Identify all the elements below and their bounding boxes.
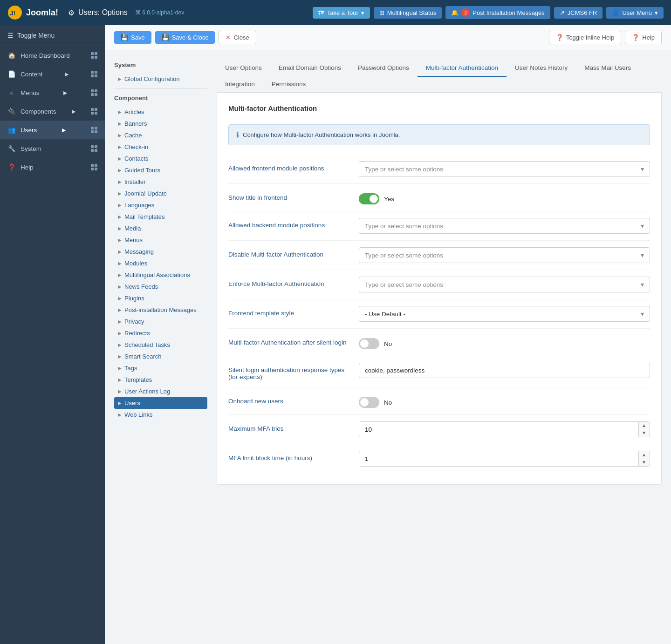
left-nav-item-multilingual-associations[interactable]: ▶Multilingual Associations xyxy=(114,269,207,281)
mfa-silent-login-control: No xyxy=(359,335,650,349)
left-nav-item-joomla--update[interactable]: ▶Joomla! Update xyxy=(114,188,207,199)
left-nav: System ▶ Global Configuration Component … xyxy=(114,60,207,635)
allowed-backend-positions-select[interactable]: Type or select some options ▾ xyxy=(359,218,650,234)
content-icon: 📄 xyxy=(7,70,16,78)
toggle-inline-help-button[interactable]: ❓ Toggle Inline Help xyxy=(549,31,621,44)
mfa-block-time-decrement[interactable]: ▼ xyxy=(639,459,649,466)
tab-user-notes-history[interactable]: User Notes History xyxy=(507,60,576,77)
left-nav-item-news-feeds[interactable]: ▶News Feeds xyxy=(114,281,207,292)
tab-password-options[interactable]: Password Options xyxy=(349,60,418,77)
show-title-toggle[interactable] xyxy=(359,193,379,204)
left-nav-item-privacy[interactable]: ▶Privacy xyxy=(114,316,207,327)
sidebar-item-home-dashboard[interactable]: 🏠 Home Dashboard xyxy=(0,46,105,65)
info-icon: ℹ xyxy=(236,130,239,139)
form-row-allowed-frontend-positions: Allowed frontend module positions Type o… xyxy=(228,155,650,184)
left-nav-item-templates[interactable]: ▶Templates xyxy=(114,374,207,386)
max-mfa-tries-decrement[interactable]: ▼ xyxy=(639,429,649,437)
bell-icon: 🔔 xyxy=(451,9,459,16)
left-nav-item-users[interactable]: ▶Users xyxy=(114,397,207,409)
help-button[interactable]: ❓ Help xyxy=(625,31,662,44)
show-title-toggle-wrap: Yes xyxy=(359,190,650,204)
left-nav-item-cache[interactable]: ▶Cache xyxy=(114,129,207,141)
left-nav-item-user-actions-log[interactable]: ▶User Actions Log xyxy=(114,386,207,397)
mfa-panel-title: Multi-factor Authentication xyxy=(228,104,650,116)
left-nav-chevron-icon: ▶ xyxy=(118,144,122,149)
chevron-down-icon: ▾ xyxy=(641,281,644,288)
tab-permissions[interactable]: Permissions xyxy=(263,76,315,93)
mfa-block-time-increment[interactable]: ▲ xyxy=(639,451,649,459)
left-nav-item-tags[interactable]: ▶Tags xyxy=(114,362,207,374)
sidebar-item-system[interactable]: 🔧 System xyxy=(0,139,105,158)
sidebar-item-users[interactable]: 👥 Users ▶ xyxy=(0,121,105,139)
left-nav-chevron-icon: ▶ xyxy=(118,272,122,278)
left-nav-item-contacts[interactable]: ▶Contacts xyxy=(114,153,207,164)
save-button[interactable]: 💾 Save xyxy=(114,31,151,44)
close-button[interactable]: ✕ Close xyxy=(219,31,256,44)
left-nav-chevron-icon: ▶ xyxy=(118,249,122,254)
mfa-silent-login-toggle[interactable] xyxy=(359,338,379,349)
onboard-new-users-label: Onboard new users xyxy=(228,394,349,405)
tab-multi-factor-auth[interactable]: Multi-factor Authentication xyxy=(418,60,507,77)
sidebar-item-menus[interactable]: ≡ Menus ▶ xyxy=(0,83,105,102)
left-nav-item-smart-search[interactable]: ▶Smart Search xyxy=(114,351,207,362)
onboard-new-users-control: No xyxy=(359,394,650,408)
sidebar-item-help[interactable]: ❓ Help xyxy=(0,158,105,176)
post-installation-messages-button[interactable]: 🔔 2 Post Installation Messages xyxy=(445,6,550,19)
multilingual-status-button[interactable]: ⊞ Multilingual Status xyxy=(374,7,442,19)
take-a-tour-button[interactable]: 🗺 Take a Tour ▾ xyxy=(313,7,370,19)
left-nav-item-articles[interactable]: ▶Articles xyxy=(114,106,207,118)
sidebar-item-label: System xyxy=(21,145,41,152)
left-nav-item-installer[interactable]: ▶Installer xyxy=(114,176,207,188)
mfa-block-time-label: MFA limit block time (in hours) xyxy=(228,451,349,461)
left-nav-item-banners[interactable]: ▶Banners xyxy=(114,118,207,129)
left-nav-item-web-links[interactable]: ▶Web Links xyxy=(114,409,207,420)
left-nav-item-modules[interactable]: ▶Modules xyxy=(114,258,207,269)
grid-icon xyxy=(91,145,97,152)
jcms-button[interactable]: ↗ JCMS6 FR xyxy=(554,7,603,19)
tab-user-options[interactable]: User Options xyxy=(217,60,270,77)
left-nav-item-messaging[interactable]: ▶Messaging xyxy=(114,246,207,258)
left-nav-item-menus[interactable]: ▶Menus xyxy=(114,234,207,246)
left-nav-item-media[interactable]: ▶Media xyxy=(114,223,207,234)
frontend-template-style-select[interactable]: - Use Default - ▾ xyxy=(359,306,650,322)
mfa-block-time-input[interactable] xyxy=(359,452,638,466)
allowed-frontend-positions-label: Allowed frontend module positions xyxy=(228,161,349,172)
left-nav-item-check-in[interactable]: ▶Check-in xyxy=(114,141,207,153)
silent-login-response-input[interactable] xyxy=(359,363,650,378)
left-nav-item-post-installation-messages[interactable]: ▶Post-installation Messages xyxy=(114,304,207,316)
toggle-menu-button[interactable]: ☰ Home Dashboard Toggle Menu xyxy=(0,25,105,46)
left-nav-item-scheduled-tasks[interactable]: ▶Scheduled Tasks xyxy=(114,339,207,351)
tab-mass-mail-users[interactable]: Mass Mail Users xyxy=(576,60,639,77)
enforce-mfa-label: Enforce Multi-factor Authentication xyxy=(228,277,349,287)
chevron-down-icon: ▾ xyxy=(641,251,644,259)
left-nav-item-guided-tours[interactable]: ▶Guided Tours xyxy=(114,164,207,176)
left-nav-item-mail-templates[interactable]: ▶Mail Templates xyxy=(114,211,207,223)
hamburger-icon: ☰ xyxy=(7,32,14,39)
left-nav-item-plugins[interactable]: ▶Plugins xyxy=(114,292,207,304)
onboard-new-users-toggle[interactable] xyxy=(359,397,379,408)
max-mfa-tries-input[interactable] xyxy=(359,422,638,437)
disable-mfa-select[interactable]: Type or select some options ▾ xyxy=(359,247,650,263)
max-mfa-tries-spinner: ▲ ▼ xyxy=(359,421,650,437)
grid-icon xyxy=(91,108,97,115)
page-title: Users: Options xyxy=(78,8,128,17)
left-nav-item-redirects[interactable]: ▶Redirects xyxy=(114,327,207,339)
allowed-frontend-positions-select[interactable]: Type or select some options ▾ xyxy=(359,161,650,177)
sidebar-item-components[interactable]: 🔌 Components ▶ xyxy=(0,102,105,121)
content-arrow-icon: ▶ xyxy=(65,71,68,77)
sidebar-item-content[interactable]: 📄 Content ▶ xyxy=(0,65,105,83)
app-body: ☰ Home Dashboard Toggle Menu 🏠 Home Dash… xyxy=(0,25,671,644)
max-mfa-tries-increment[interactable]: ▲ xyxy=(639,422,649,429)
tab-email-domain-options[interactable]: Email Domain Options xyxy=(270,60,349,77)
mfa-form-panel: Multi-factor Authentication ℹ Configure … xyxy=(217,93,662,485)
save-close-button[interactable]: 💾 Save & Close xyxy=(155,31,215,44)
left-nav-chevron-icon: ▶ xyxy=(118,133,122,138)
user-menu-button[interactable]: 👤 User Menu ▾ xyxy=(606,7,664,19)
show-title-frontend-control: Yes xyxy=(359,190,650,204)
enforce-mfa-select[interactable]: Type or select some options ▾ xyxy=(359,277,650,292)
right-panel: User Options Email Domain Options Passwo… xyxy=(217,60,662,635)
global-configuration-link[interactable]: ▶ Global Configuration xyxy=(114,73,207,85)
show-title-frontend-label: Show title in frontend xyxy=(228,190,349,201)
tab-integration[interactable]: Integration xyxy=(217,76,263,93)
left-nav-item-languages[interactable]: ▶Languages xyxy=(114,199,207,211)
